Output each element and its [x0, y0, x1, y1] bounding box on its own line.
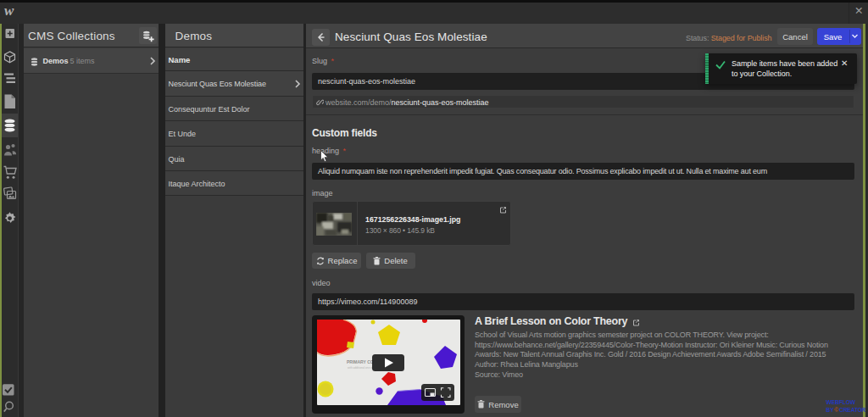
- svg-text:PRIMARY CO: PRIMARY CO: [347, 359, 374, 364]
- svg-text:with additional one of: with additional one of: [348, 366, 373, 370]
